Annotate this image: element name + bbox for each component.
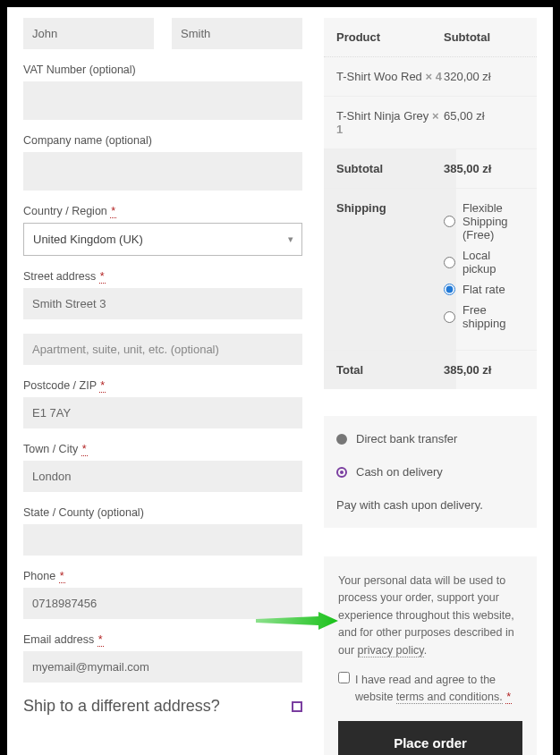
total-label: Total (324, 351, 456, 389)
required-mark: * (99, 270, 106, 284)
state-label: State / County (optional) (23, 506, 302, 519)
product-subtotal: 65,00 zł (444, 109, 524, 136)
radio-icon (336, 467, 347, 478)
city-field[interactable] (23, 461, 302, 492)
country-label: Country / Region * (23, 205, 302, 217)
required-mark: * (99, 379, 106, 393)
last-name-field[interactable] (172, 18, 302, 49)
required-mark: * (98, 633, 104, 647)
postcode-label: Postcode / ZIP * (23, 379, 302, 392)
payment-description: Pay with cash upon delivery. (336, 498, 524, 512)
shipping-option[interactable]: Free shipping (444, 303, 524, 330)
radio-icon (336, 434, 347, 445)
company-label: Company name (optional) (23, 134, 302, 147)
company-field[interactable] (23, 152, 302, 191)
first-name-field[interactable] (23, 18, 154, 49)
terms-link[interactable]: terms and conditions. (396, 691, 503, 704)
required-mark: * (505, 691, 512, 704)
country-select[interactable]: United Kingdom (UK) (23, 223, 302, 256)
product-qty: × 4 (425, 70, 441, 83)
subtotal-header: Subtotal (444, 30, 524, 44)
product-subtotal: 320,00 zł (444, 70, 524, 83)
privacy-text: Your personal data will be used to proce… (338, 573, 522, 659)
vat-label: VAT Number (optional) (23, 64, 302, 76)
subtotal-label: Subtotal (324, 149, 456, 188)
vat-field[interactable] (23, 81, 302, 120)
shipping-label: Shipping (324, 189, 456, 350)
terms-text: I have read and agree to the website ter… (355, 672, 522, 707)
place-order-button[interactable]: Place order (338, 721, 522, 755)
required-mark: * (110, 205, 116, 218)
shipping-option[interactable]: Flexible Shipping (Free) (444, 201, 524, 242)
subtotal-value: 385,00 zł (444, 162, 524, 175)
product-name: T-Shirt Woo Red (336, 70, 422, 83)
shipping-option[interactable]: Local pickup (444, 249, 524, 276)
shipping-option[interactable]: Flat rate (444, 283, 524, 296)
phone-field[interactable] (23, 588, 302, 619)
city-label: Town / City * (23, 443, 302, 455)
required-mark: * (59, 570, 65, 583)
street-label: Street address * (23, 270, 302, 283)
terms-checkbox[interactable] (338, 672, 350, 683)
privacy-policy-link[interactable]: privacy policy (358, 644, 424, 657)
required-mark: * (81, 443, 88, 456)
payment-cash-on-delivery[interactable]: Cash on delivery (336, 465, 524, 479)
product-name: T-Shirt Ninja Grey (336, 109, 428, 123)
product-header: Product (336, 30, 444, 44)
postcode-field[interactable] (23, 397, 302, 428)
street-field[interactable] (23, 288, 302, 319)
state-field[interactable] (23, 524, 302, 556)
phone-label: Phone * (23, 570, 302, 582)
street2-field[interactable] (23, 334, 302, 365)
email-field[interactable] (23, 651, 302, 683)
email-label: Email address * (23, 633, 302, 646)
ship-diff-checkbox[interactable] (292, 701, 302, 712)
total-value: 385,00 zł (444, 363, 524, 377)
ship-diff-label: Ship to a different address? (23, 697, 220, 716)
payment-bank-transfer[interactable]: Direct bank transfer (336, 432, 524, 445)
